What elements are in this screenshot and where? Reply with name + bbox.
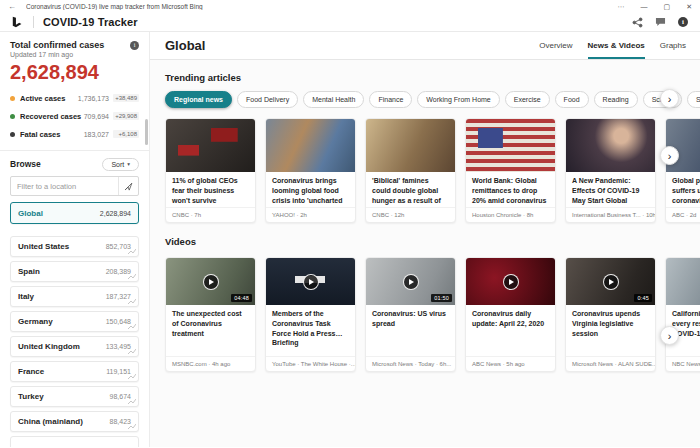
- pill-food-delivery[interactable]: Food Delivery: [237, 91, 298, 108]
- video-thumbnail: [266, 258, 355, 305]
- video-duration: 01:50: [431, 294, 452, 302]
- close-button[interactable]: ✕: [686, 3, 692, 10]
- trend-sparkline-icon: [128, 324, 136, 330]
- share-icon[interactable]: [632, 17, 643, 28]
- sidebar-item-global[interactable]: Global 2,628,894: [10, 202, 139, 224]
- stat-value: 1,736,173: [78, 95, 109, 102]
- video-card[interactable]: 01:50 Coronavirus: US virus spread Micro…: [365, 257, 456, 372]
- bing-logo-icon[interactable]: [10, 16, 23, 29]
- feedback-icon[interactable]: [655, 17, 666, 27]
- pill-reading[interactable]: Reading: [594, 91, 638, 108]
- article-card[interactable]: A New Pandemic: Effects Of COVID-19 May …: [565, 118, 656, 223]
- maximize-button[interactable]: ▢: [664, 3, 671, 10]
- total-cases-label: Total confirmed cases: [10, 40, 104, 50]
- play-icon[interactable]: [503, 274, 519, 290]
- videos-heading: Videos: [165, 236, 700, 247]
- stat-value: 183,027: [84, 131, 109, 138]
- article-card[interactable]: World Bank: Global remittances to drop 2…: [465, 118, 556, 223]
- article-title: 11% of global CEOs fear their business w…: [166, 172, 255, 207]
- article-card[interactable]: Coronavirus brings looming global food c…: [265, 118, 356, 223]
- video-card[interactable]: Members of the Coronavirus Task Force Ho…: [265, 257, 356, 372]
- stat-delta: +29,908: [113, 112, 139, 120]
- video-card[interactable]: 04:48 The unexpected cost of Coronavirus…: [165, 257, 256, 372]
- pill-mental-health[interactable]: Mental Health: [303, 91, 364, 108]
- pill-exercise[interactable]: Exercise: [505, 91, 550, 108]
- play-icon[interactable]: [203, 274, 219, 290]
- article-title: Global press freedom suffers under coron…: [666, 172, 700, 207]
- sidebar-item-germany[interactable]: Germany 150,648: [10, 311, 139, 332]
- article-image: [566, 119, 655, 172]
- pill-services[interactable]: Services: [687, 91, 700, 108]
- video-card[interactable]: 0:45 Coronavirus upends Virginia legisla…: [565, 257, 656, 372]
- article-card[interactable]: 'Biblical' famines could double global h…: [365, 118, 456, 223]
- location-filter-input[interactable]: [11, 182, 118, 191]
- chevron-down-icon: ▾: [127, 161, 130, 167]
- sidebar-scrollbar[interactable]: [145, 119, 148, 145]
- active-cases-row[interactable]: Active cases 1,736,173 +38,489: [10, 89, 139, 107]
- stat-label: Active cases: [20, 94, 78, 103]
- article-title: World Bank: Global remittances to drop 2…: [466, 172, 555, 207]
- locate-button[interactable]: [118, 177, 138, 195]
- video-source: ABC News · 5h ago: [466, 356, 555, 371]
- video-card[interactable]: California town tests every resident for…: [665, 257, 700, 372]
- sidebar-item-united-kingdom[interactable]: United Kingdom 133,495: [10, 336, 139, 357]
- article-image: [366, 119, 455, 172]
- stat-label: Fatal cases: [20, 130, 84, 139]
- play-icon[interactable]: [403, 274, 419, 290]
- active-dot-icon: [10, 96, 15, 101]
- info-icon[interactable]: i: [130, 41, 139, 50]
- tab-graphs[interactable]: Graphs: [660, 32, 686, 59]
- trend-sparkline-icon: [128, 249, 136, 255]
- videos-scroll-right-button[interactable]: ›: [660, 326, 679, 345]
- article-title: A New Pandemic: Effects Of COVID-19 May …: [566, 172, 655, 207]
- sidebar-item-spain[interactable]: Spain 208,389: [10, 261, 139, 282]
- back-icon[interactable]: ←: [8, 2, 16, 11]
- sidebar-item-china-mainland[interactable]: China (mainland) 88,423: [10, 411, 139, 432]
- trend-sparkline-icon: [128, 349, 136, 355]
- video-thumbnail: 04:48: [166, 258, 255, 305]
- app-title: COVID-19 Tracker: [43, 16, 138, 28]
- pill-regional-news[interactable]: Regional news: [165, 91, 232, 108]
- video-title: Members of the Coronavirus Task Force Ho…: [266, 305, 355, 356]
- tab-overview[interactable]: Overview: [539, 32, 572, 59]
- video-card[interactable]: Coronavirus daily update: April 22, 2020…: [465, 257, 556, 372]
- main-panel: Global Overview News & Videos Graphs Tre…: [150, 32, 700, 447]
- pill-finance[interactable]: Finance: [369, 91, 412, 108]
- updated-timestamp: Updated 17 min ago: [10, 51, 139, 58]
- location-name: China (mainland): [18, 417, 83, 426]
- pills-scroll-right-button[interactable]: ›: [660, 89, 679, 108]
- video-thumbnail: [666, 258, 700, 305]
- sidebar-item-france[interactable]: France 119,151: [10, 361, 139, 382]
- tab-news-videos[interactable]: News & Videos: [588, 32, 645, 59]
- video-source: YouTube · The White House ·...: [266, 356, 355, 371]
- pill-working-from-home[interactable]: Working From Home: [417, 91, 499, 108]
- more-menu-icon[interactable]: ⋯: [618, 3, 625, 10]
- recovered-dot-icon: [10, 114, 15, 119]
- minimize-button[interactable]: —: [641, 3, 648, 10]
- play-icon[interactable]: [603, 274, 619, 290]
- article-image: [266, 119, 355, 172]
- recovered-cases-row[interactable]: Recovered cases 709,694 +29,908: [10, 107, 139, 125]
- article-card[interactable]: 11% of global CEOs fear their business w…: [165, 118, 256, 223]
- trend-sparkline-icon: [128, 274, 136, 280]
- play-icon[interactable]: [303, 274, 319, 290]
- fatal-cases-row[interactable]: Fatal cases 183,027 +6,108: [10, 125, 139, 143]
- article-title: 'Biblical' famines could double global h…: [366, 172, 455, 207]
- video-title: Coronavirus: US virus spread: [366, 305, 455, 356]
- browse-label: Browse: [10, 159, 41, 169]
- pill-food[interactable]: Food: [555, 91, 589, 108]
- sidebar-item-partial[interactable]: [10, 436, 139, 447]
- sort-button[interactable]: Sort ▾: [102, 158, 139, 171]
- info-icon[interactable]: i: [678, 17, 688, 27]
- sidebar-item-united-states[interactable]: United States 852,703: [10, 236, 139, 257]
- sidebar-item-italy[interactable]: Italy 187,327: [10, 286, 139, 307]
- trend-sparkline-icon: [128, 399, 136, 405]
- article-image: [166, 119, 255, 172]
- sidebar-item-turkey[interactable]: Turkey 98,674: [10, 386, 139, 407]
- article-source: International Business T... · 10h: [566, 207, 655, 222]
- article-card[interactable]: Global press freedom suffers under coron…: [665, 118, 700, 223]
- video-duration: 04:48: [231, 294, 252, 302]
- articles-scroll-right-button[interactable]: ›: [660, 146, 679, 165]
- video-source: Microsoft News · Today · 6h...: [366, 356, 455, 371]
- article-source: CNBC · 7h: [166, 207, 255, 222]
